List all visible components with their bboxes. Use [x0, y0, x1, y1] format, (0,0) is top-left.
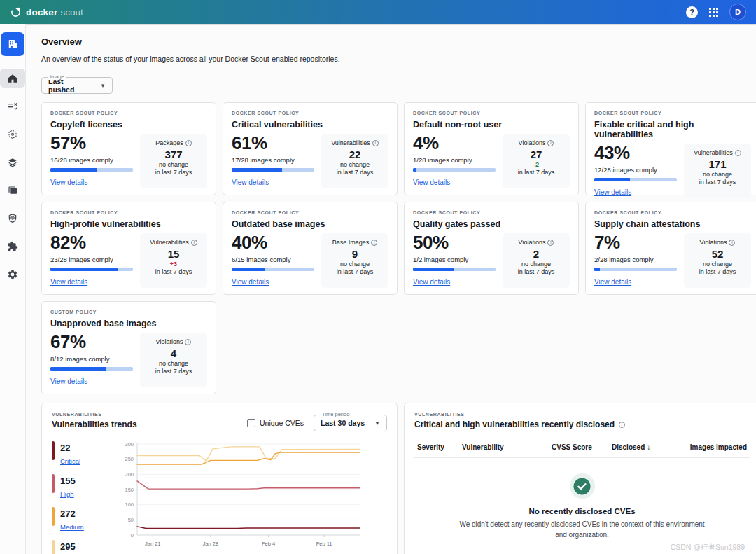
info-icon[interactable]: i [191, 240, 197, 246]
policy-title: High-profile vulnerabilities [50, 219, 207, 229]
policy-title: Quality gates passed [413, 219, 570, 229]
view-details-link[interactable]: View details [594, 188, 631, 196]
stat-delta: +3 [143, 261, 204, 268]
compliance-progress-bar [50, 168, 133, 172]
compliance-percentage: 61% [232, 132, 314, 153]
view-details-link[interactable]: View details [50, 378, 88, 385]
view-details-link[interactable]: View details [413, 179, 450, 186]
vulnerabilities-trends-panel: Vulnerabilities Vulnerabilities trends U… [41, 403, 398, 554]
view-details-link[interactable]: View details [232, 278, 269, 286]
info-icon[interactable]: i [619, 422, 625, 428]
column-header-disclosed[interactable]: Disclosed↓ [612, 443, 690, 451]
integrations-puzzle-icon [7, 241, 18, 252]
policy-eyebrow: Docker Scout policy [50, 111, 207, 116]
sidebar [0, 24, 26, 554]
trends-title: Vulnerabilities trends [52, 420, 137, 429]
view-details-link[interactable]: View details [232, 179, 269, 186]
info-icon[interactable]: i [547, 140, 554, 146]
stat-label: Violations [700, 239, 727, 246]
policy-eyebrow: Docker Scout policy [50, 210, 207, 215]
stat-delta: no change [324, 261, 386, 268]
stat-period: in last 7 days [687, 179, 748, 186]
stat-value: 9 [324, 248, 386, 260]
policy-title: Unapproved base images [50, 319, 207, 328]
legend-severity-link[interactable]: High [60, 490, 74, 498]
view-details-link[interactable]: View details [413, 278, 450, 286]
policy-title: Copyleft licenses [50, 120, 207, 130]
sidebar-item-images[interactable] [0, 153, 25, 172]
success-check-icon [570, 473, 595, 499]
images-comply-text: 1/2 images comply [413, 256, 496, 263]
sidebar-item-environments[interactable] [0, 125, 25, 144]
help-button[interactable]: ? [686, 6, 698, 18]
legend-severity-link[interactable]: Medium [60, 523, 84, 531]
time-period-select[interactable]: Time period Last 30 days ▼ [314, 415, 387, 431]
sidebar-item-vulnerabilities[interactable] [0, 209, 25, 228]
svg-text:200: 200 [125, 471, 134, 478]
images-comply-text: 17/28 images comply [232, 156, 314, 164]
compliance-progress-bar [50, 268, 133, 271]
stat-label: Vulnerabilities [150, 239, 189, 246]
organization-button[interactable] [1, 32, 24, 56]
legend-color-bar [52, 540, 55, 554]
disclosed-table-header: SeverityVulnerabilityCVSS ScoreDisclosed… [414, 443, 750, 458]
info-icon[interactable]: i [729, 240, 735, 246]
legend-severity-link[interactable]: Critical [60, 457, 80, 465]
image-layers-icon [7, 157, 18, 168]
policy-title: Default non-root user [413, 120, 570, 130]
sidebar-item-repositories[interactable] [0, 181, 25, 200]
empty-state: No recently disclosed CVEs We didn't det… [414, 473, 750, 540]
docker-scout-logo[interactable]: docker scout [10, 6, 83, 18]
compliance-progress-bar [413, 168, 496, 172]
svg-text:50: 50 [128, 517, 134, 523]
info-icon[interactable]: i [547, 240, 554, 246]
view-details-link[interactable]: View details [594, 278, 631, 286]
info-icon[interactable]: i [372, 140, 379, 146]
images-comply-text: 23/28 images comply [50, 256, 133, 263]
policy-eyebrow: Docker Scout policy [413, 210, 570, 215]
sidebar-item-overview[interactable] [0, 69, 25, 88]
sidebar-item-policies[interactable] [0, 97, 25, 116]
info-icon[interactable]: i [186, 140, 192, 146]
image-filter-select[interactable]: Image Last pushed ▼ [41, 77, 113, 94]
legend-item: 272 Medium [52, 507, 116, 532]
sidebar-item-integrations[interactable] [0, 237, 25, 256]
legend-count: 295 [60, 541, 76, 552]
policy-card: Docker Scout policy Copyleft licenses 57… [41, 102, 216, 195]
svg-text:0: 0 [131, 532, 134, 539]
svg-text:Jan 21: Jan 21 [145, 541, 161, 547]
stat-period: in last 7 days [324, 169, 386, 176]
time-period-label: Time period [320, 411, 351, 417]
watermark: CSDN @行者Sun1989 [671, 543, 745, 553]
home-icon [7, 73, 18, 84]
view-details-link[interactable]: View details [50, 179, 88, 186]
info-icon[interactable]: i [371, 240, 377, 246]
policy-stat-box: Base Images i 9 no change in last 7 days [321, 233, 388, 288]
legend-item: 22 Critical [52, 441, 116, 466]
user-avatar[interactable]: D [729, 4, 746, 20]
sidebar-item-settings[interactable] [0, 265, 25, 284]
images-comply-text: 12/28 images comply [594, 166, 677, 174]
info-icon[interactable]: i [735, 150, 741, 156]
stat-period: in last 7 days [143, 169, 204, 176]
stat-label: Base Images [332, 239, 370, 246]
info-icon[interactable]: i [185, 339, 191, 345]
top-bar: docker scout ? D [0, 0, 756, 24]
stat-delta: -2 [505, 161, 567, 168]
stat-value: 15 [143, 248, 204, 260]
policy-eyebrow: Docker Scout policy [232, 210, 388, 215]
stat-value: 52 [687, 248, 748, 260]
svg-text:100: 100 [125, 501, 134, 508]
policy-card: Docker Scout policy Outdated base images… [223, 202, 398, 295]
app-grid-button[interactable] [709, 8, 718, 17]
unique-cves-checkbox[interactable]: Unique CVEs [247, 419, 304, 427]
legend-color-bar [52, 474, 55, 493]
view-details-link[interactable]: View details [50, 278, 88, 286]
images-comply-text: 8/12 images comply [50, 355, 133, 363]
policy-eyebrow: Docker Scout policy [594, 111, 751, 116]
stat-delta: no change [143, 360, 204, 367]
policy-stat-box: Violations i 4 no change in last 7 days [140, 333, 207, 387]
stat-period: in last 7 days [324, 268, 386, 275]
column-header-severity: Severity [417, 443, 462, 451]
policy-title: Fixable critical and high vulnerabilitie… [594, 120, 751, 139]
